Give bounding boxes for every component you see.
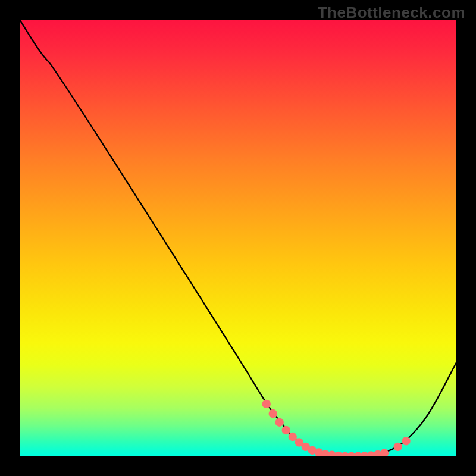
chart-svg <box>20 20 456 456</box>
marker-dot <box>262 400 271 408</box>
chart-frame: TheBottleneck.com <box>0 0 476 476</box>
marker-dot <box>275 418 284 427</box>
curve-line <box>20 20 456 456</box>
marker-dot <box>269 409 277 418</box>
marker-dot <box>282 426 290 434</box>
marker-dot <box>393 443 402 451</box>
watermark-text: TheBottleneck.com <box>318 4 465 22</box>
marker-dot <box>402 437 410 445</box>
marker-dot <box>380 449 389 456</box>
plot-area <box>20 20 456 456</box>
marker-dot <box>289 433 297 441</box>
marker-group <box>262 400 411 456</box>
